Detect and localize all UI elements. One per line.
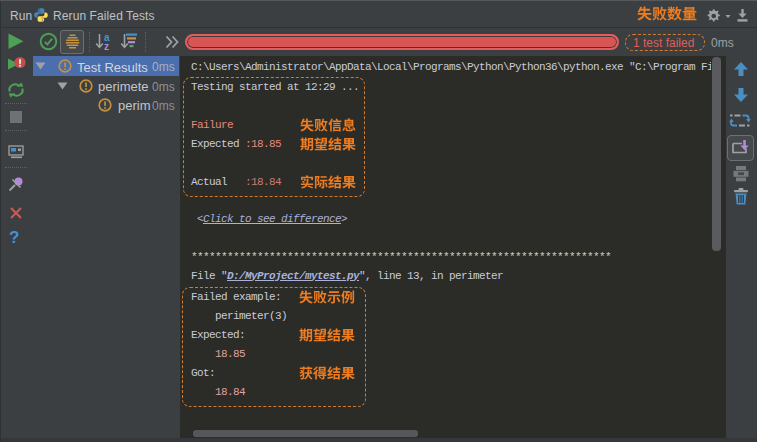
svg-text:z: z (104, 41, 109, 51)
